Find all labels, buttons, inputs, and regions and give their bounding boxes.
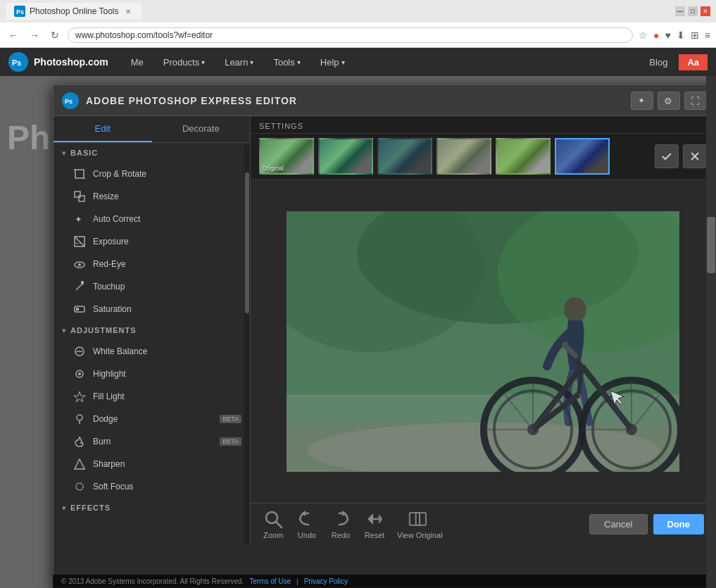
tool-touchup[interactable]: Touchup: [54, 275, 250, 298]
menu-icon[interactable]: ≡: [705, 30, 710, 41]
settings-gear-button[interactable]: ⚙: [658, 92, 680, 110]
crop-icon: [73, 168, 86, 180]
tab-decorate[interactable]: Decorate: [152, 116, 251, 142]
svg-text:✦: ✦: [638, 96, 645, 106]
tab-edit[interactable]: Edit: [54, 116, 152, 142]
tool-sharpen[interactable]: Sharpen: [54, 453, 250, 475]
tools-dropdown-arrow: ▾: [297, 58, 301, 66]
tab-close-btn[interactable]: ✕: [123, 6, 133, 16]
nav-products[interactable]: Products ▾: [155, 54, 213, 70]
reset-icon: [363, 509, 386, 529]
tool-white-balance[interactable]: White Balance: [54, 340, 250, 363]
adjustments-section-header[interactable]: ▾ ADJUSTMENTS: [54, 320, 250, 340]
privacy-policy-link[interactable]: Privacy Policy: [304, 577, 348, 585]
tool-soft-focus[interactable]: Soft Focus: [54, 475, 250, 498]
panel-scroll-thumb[interactable]: [245, 173, 249, 313]
thumbnail-5[interactable]: [555, 138, 610, 175]
tool-resize[interactable]: Resize: [54, 185, 250, 208]
soft-focus-label: Soft Focus: [93, 482, 241, 492]
learn-dropdown-arrow: ▾: [250, 58, 253, 66]
fullscreen-button[interactable]: ⛶: [684, 92, 707, 110]
effects-section-header[interactable]: ▾ EFFECTS: [54, 498, 250, 518]
thumbnail-1[interactable]: [318, 138, 373, 175]
thumbnail-2[interactable]: [377, 138, 432, 175]
tool-fill-light[interactable]: Fill Light: [54, 385, 250, 408]
site-logo[interactable]: Ps Photoshop.com: [8, 52, 108, 72]
close-button[interactable]: ✕: [701, 6, 710, 16]
redo-label: Redo: [332, 531, 350, 539]
site-name: Photoshop.com: [34, 56, 108, 68]
basic-section-header[interactable]: ▾ BASIC: [54, 143, 250, 163]
view-original-tool[interactable]: View Original: [397, 509, 443, 539]
nav-blog[interactable]: Blog: [641, 54, 676, 70]
tool-exposure[interactable]: +− Exposure: [54, 230, 250, 253]
tool-red-eye[interactable]: Red-Eye: [54, 253, 250, 275]
dodge-icon: [73, 413, 86, 425]
back-button[interactable]: ←: [6, 28, 21, 42]
right-panel: SETTINGS Original: [251, 116, 715, 545]
burn-beta-badge: BETA: [220, 437, 241, 446]
redo-tool[interactable]: Redo: [329, 509, 352, 539]
svg-line-62: [276, 522, 282, 527]
title-bar: Ps Photoshop Online Tools ✕ — □ ✕: [0, 0, 716, 23]
tool-dodge[interactable]: Dodge BETA: [54, 408, 250, 430]
svg-text:⛶: ⛶: [691, 96, 700, 106]
nav-learn[interactable]: Learn ▾: [216, 54, 262, 70]
nav-tools[interactable]: Tools ▾: [265, 54, 308, 70]
thumbnail-4[interactable]: [496, 138, 551, 175]
crop-rotate-label: Crop & Rotate: [93, 169, 241, 179]
undo-tool[interactable]: Undo: [296, 509, 318, 539]
maximize-button[interactable]: □: [688, 6, 698, 16]
cancel-thumbnail-button[interactable]: [683, 144, 707, 168]
scroll-thumb[interactable]: [707, 217, 715, 273]
tool-auto-correct[interactable]: ✦ Auto Correct: [54, 208, 250, 230]
terms-of-use-link[interactable]: Terms of Use: [249, 577, 291, 585]
svg-point-28: [76, 483, 83, 490]
canvas-image: [287, 211, 679, 472]
tool-saturation[interactable]: Saturation: [54, 298, 250, 320]
cancel-button[interactable]: Cancel: [589, 514, 647, 534]
done-button[interactable]: Done: [653, 514, 705, 534]
dialog-header-buttons: ✦ ⚙ ⛶: [631, 92, 707, 110]
red-eye-icon: [73, 258, 86, 270]
nav-me[interactable]: Me: [123, 54, 152, 70]
adjustments-section-label: ADJUSTMENTS: [70, 326, 137, 334]
wand-button[interactable]: ✦: [631, 92, 653, 110]
zoom-tool[interactable]: Zoom: [262, 509, 284, 539]
tab-icon[interactable]: ⊞: [691, 30, 699, 41]
photoshop-express-dialog: Ps ADOBE PHOTOSHOP EXPRESS EDITOR ✦ ⚙ ⛶ …: [53, 85, 716, 588]
svg-point-15: [78, 263, 81, 266]
bookmark-icon[interactable]: ☆: [639, 30, 648, 41]
nav-help[interactable]: Help ▾: [312, 54, 353, 70]
opera-icon[interactable]: ●: [653, 30, 659, 41]
saturation-icon: [73, 303, 86, 315]
tool-burn[interactable]: Burn BETA: [54, 430, 250, 453]
action-buttons: Cancel Done: [589, 514, 704, 534]
shield-icon[interactable]: ♥: [665, 30, 671, 41]
apply-thumbnail-button[interactable]: [655, 144, 679, 168]
browser-tab[interactable]: Ps Photoshop Online Tools ✕: [6, 3, 142, 20]
refresh-button[interactable]: ↻: [48, 28, 62, 42]
site-navigation: Ps Photoshop.com Me Products ▾ Learn ▾ T…: [0, 48, 716, 76]
svg-marker-24: [74, 392, 85, 402]
panel-scrollbar[interactable]: [244, 144, 250, 545]
white-balance-label: White Balance: [93, 346, 241, 356]
tab-favicon: Ps: [14, 6, 25, 17]
svg-text:⚙: ⚙: [664, 96, 672, 106]
copyright-bar: © 2013 Adobe Systems Incorporated. All R…: [53, 575, 716, 588]
svg-rect-17: [81, 281, 84, 284]
vertical-scrollbar[interactable]: [706, 76, 716, 588]
tool-crop-rotate[interactable]: Crop & Rotate: [54, 163, 250, 185]
thumbnail-original[interactable]: Original: [259, 138, 314, 175]
minimize-button[interactable]: —: [675, 6, 685, 16]
svg-rect-70: [416, 513, 426, 525]
url-input[interactable]: [68, 27, 633, 43]
undo-icon: [296, 509, 318, 529]
thumbnail-3[interactable]: [436, 138, 491, 175]
reset-tool[interactable]: Reset: [363, 509, 386, 539]
touchup-label: Touchup: [93, 282, 241, 292]
download-icon[interactable]: ⬇: [677, 30, 685, 41]
tool-highlight[interactable]: Highlight: [54, 363, 250, 385]
address-icons: ☆ ● ♥ ⬇ ⊞ ≡: [639, 30, 710, 41]
forward-button[interactable]: →: [27, 28, 42, 42]
